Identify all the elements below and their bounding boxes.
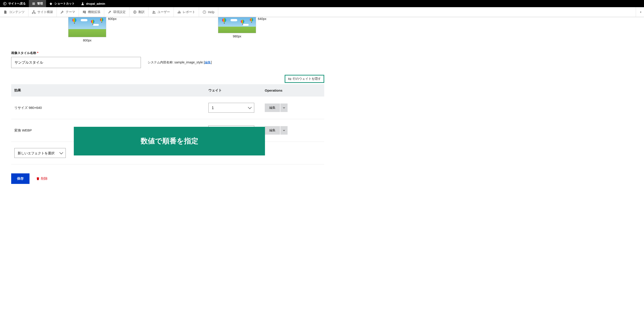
svg-point-4 (154, 11, 155, 12)
admintb-config[interactable]: 環境設定 (104, 7, 130, 17)
user-icon (81, 2, 84, 5)
orig-height: 600px (108, 17, 116, 21)
edit-effect-button[interactable]: 編集 (265, 126, 280, 135)
chevron-left-circle-icon (3, 2, 6, 5)
delete-link[interactable]: 削除 (36, 177, 48, 181)
admintb-structure[interactable]: サイト構築 (28, 7, 57, 17)
th-weight: ウェイト (205, 84, 262, 97)
people-icon (152, 10, 156, 14)
preview-original: 600px 800px (68, 17, 106, 42)
trash-icon (36, 177, 40, 180)
admintb-translate-label: 翻訳 (138, 10, 145, 14)
manage-label: 管理 (37, 2, 43, 6)
weight-select[interactable]: 1 (208, 103, 254, 113)
admintb-extend-label: 機能拡張 (88, 10, 100, 14)
puzzle-icon (82, 10, 86, 14)
help-icon: ? (202, 10, 206, 14)
styled-width: 980px (218, 35, 256, 38)
style-name-label: 画像スタイル名称 * (11, 51, 324, 55)
toolbar-collapse[interactable] (636, 7, 644, 17)
effect-cell: リサイズ 980×640 (11, 97, 205, 119)
wrench-icon (60, 10, 64, 14)
admintb-extend[interactable]: 機能拡張 (79, 7, 104, 17)
admintb-reports-label: レポート (183, 10, 195, 14)
chevron-down-icon (283, 106, 285, 109)
collapse-icon (638, 10, 642, 14)
orig-width: 800px (68, 39, 106, 42)
admintb-people-label: ユーザー (158, 10, 170, 14)
shortcuts[interactable]: ショートカット (46, 0, 78, 7)
th-effect: 効果 (11, 84, 205, 97)
user-name: drupal_admin (86, 2, 105, 5)
back-to-site-label: サイトへ戻る (8, 2, 26, 6)
preview-styled: 640px 980px (218, 17, 256, 42)
svg-point-3 (153, 11, 154, 12)
admintb-content[interactable]: コンテンツ (0, 7, 28, 17)
admintb-people[interactable]: ユーザー (148, 7, 174, 17)
table-row: リサイズ 980×640 1 編集 (11, 97, 324, 119)
annotation-overlay: 数値で順番を指定 (74, 127, 265, 155)
admintb-appearance[interactable]: テーマ (57, 7, 79, 17)
style-name-input[interactable] (11, 57, 141, 68)
shortcuts-label: ショートカット (54, 2, 75, 6)
file-icon (4, 10, 7, 14)
svg-text:?: ? (204, 11, 205, 13)
eye-off-icon (288, 77, 291, 81)
admintb-reports[interactable]: レポート (174, 7, 199, 17)
effect-ops-dropdown[interactable] (280, 103, 288, 112)
machine-name-edit[interactable]: 編集 (204, 61, 211, 64)
hide-row-weights-label: 行のウェイトを隠す (293, 77, 321, 81)
admintb-structure-label: サイト構築 (37, 10, 53, 14)
hide-row-weights-button[interactable]: 行のウェイトを隠す (285, 75, 324, 83)
admintb-help[interactable]: ? Help (199, 7, 218, 17)
admintb-help-label: Help (208, 10, 214, 14)
svg-point-1 (82, 2, 84, 4)
back-to-site[interactable]: サイトへ戻る (0, 0, 29, 7)
hamburger-icon (32, 2, 35, 5)
edit-effect-button[interactable]: 編集 (265, 103, 280, 112)
structure-icon (32, 10, 36, 14)
th-ops: Operations (262, 84, 324, 97)
svg-point-0 (3, 2, 6, 5)
manage-toggle[interactable]: 管理 (29, 0, 46, 7)
user-menu[interactable]: drupal_admin (78, 0, 108, 7)
machine-name: システム内部名称: sample_image_style [編集] (148, 61, 212, 65)
styled-height: 640px (258, 17, 266, 21)
admintb-translate[interactable]: 翻訳 (130, 7, 148, 17)
spanner-icon (108, 10, 111, 14)
globe-icon (133, 10, 137, 14)
new-effect-select[interactable]: 新しいエフェクトを選択 (14, 148, 66, 158)
chevron-down-icon (283, 129, 285, 132)
effect-ops-dropdown[interactable] (280, 126, 288, 135)
admintb-appearance-label: テーマ (66, 10, 75, 14)
admintb-config-label: 環境設定 (113, 10, 126, 14)
star-icon (49, 2, 52, 5)
delete-label: 削除 (41, 177, 48, 181)
save-button[interactable]: 保存 (11, 173, 30, 184)
admintb-content-label: コンテンツ (9, 10, 24, 14)
chart-icon (177, 10, 181, 14)
